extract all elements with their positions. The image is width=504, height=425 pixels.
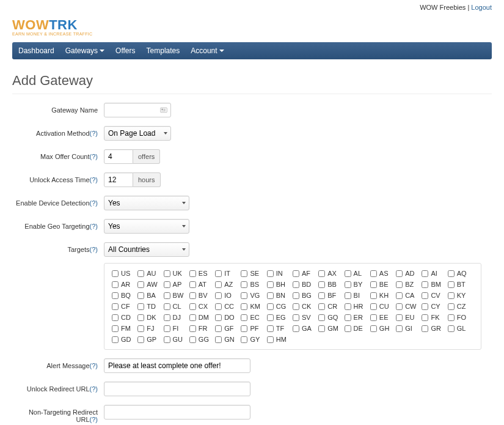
country-checkbox-input[interactable]: [137, 281, 144, 288]
country-checkbox-bz[interactable]: BZ: [396, 281, 422, 288]
country-checkbox-gp[interactable]: GP: [137, 336, 163, 343]
device-detection-select[interactable]: Yes: [104, 196, 189, 210]
country-checkbox-ck[interactable]: CK: [293, 303, 318, 310]
unlock-access-time-input[interactable]: [104, 172, 133, 187]
country-checkbox-input[interactable]: [370, 281, 377, 288]
country-checkbox-input[interactable]: [318, 303, 325, 310]
country-checkbox-bn[interactable]: BN: [267, 292, 293, 299]
country-checkbox-input[interactable]: [164, 336, 170, 343]
country-checkbox-cw[interactable]: CW: [396, 303, 422, 310]
country-checkbox-input[interactable]: [318, 281, 325, 288]
country-checkbox-bs[interactable]: BS: [241, 281, 266, 288]
country-checkbox-input[interactable]: [318, 325, 325, 332]
country-checkbox-hr[interactable]: HR: [345, 303, 370, 310]
country-checkbox-input[interactable]: [164, 281, 170, 288]
country-checkbox-cl[interactable]: CL: [164, 303, 189, 310]
country-checkbox-input[interactable]: [137, 303, 144, 310]
country-checkbox-input[interactable]: [448, 292, 455, 299]
country-checkbox-input[interactable]: [189, 281, 196, 288]
country-checkbox-input[interactable]: [370, 292, 377, 299]
country-checkbox-input[interactable]: [241, 270, 247, 277]
country-checkbox-aw[interactable]: AW: [137, 281, 163, 288]
gateway-name-input[interactable]: [104, 103, 171, 117]
country-checkbox-sv[interactable]: SV: [293, 314, 318, 321]
country-checkbox-bf[interactable]: BF: [318, 292, 344, 299]
activation-method-select[interactable]: On Page Load: [104, 126, 171, 141]
country-checkbox-gy[interactable]: GY: [241, 336, 266, 343]
country-checkbox-fm[interactable]: FM: [112, 325, 137, 332]
country-checkbox-fk[interactable]: FK: [422, 314, 447, 321]
country-checkbox-es[interactable]: ES: [189, 270, 215, 277]
country-checkbox-input[interactable]: [112, 325, 119, 332]
targets-select[interactable]: All Countries: [104, 242, 189, 257]
country-checkbox-input[interactable]: [137, 314, 144, 321]
country-checkbox-input[interactable]: [422, 325, 428, 332]
country-checkbox-gu[interactable]: GU: [164, 336, 189, 343]
country-checkbox-fo[interactable]: FO: [448, 314, 473, 321]
country-checkbox-ec[interactable]: EC: [241, 314, 266, 321]
country-checkbox-bi[interactable]: BI: [345, 292, 370, 299]
country-checkbox-bq[interactable]: BQ: [112, 292, 137, 299]
nav-gateways[interactable]: Gateways: [65, 46, 104, 55]
country-checkbox-gd[interactable]: GD: [112, 336, 137, 343]
country-checkbox-bw[interactable]: BW: [164, 292, 189, 299]
country-checkbox-at[interactable]: AT: [189, 281, 215, 288]
country-checkbox-input[interactable]: [422, 303, 428, 310]
help-icon[interactable]: (?): [90, 385, 98, 393]
logout-link[interactable]: Logout: [471, 4, 492, 11]
country-checkbox-input[interactable]: [112, 303, 119, 310]
nav-account[interactable]: Account: [191, 46, 224, 55]
country-checkbox-input[interactable]: [422, 314, 428, 321]
country-checkbox-input[interactable]: [370, 314, 377, 321]
country-checkbox-input[interactable]: [293, 292, 299, 299]
country-checkbox-be[interactable]: BE: [370, 281, 396, 288]
country-checkbox-input[interactable]: [215, 325, 222, 332]
country-checkbox-ba[interactable]: BA: [137, 292, 163, 299]
country-checkbox-input[interactable]: [112, 281, 119, 288]
country-checkbox-it[interactable]: IT: [215, 270, 241, 277]
country-checkbox-input[interactable]: [448, 303, 455, 310]
help-icon[interactable]: (?): [90, 176, 98, 183]
country-checkbox-gl[interactable]: GL: [448, 325, 473, 332]
max-offer-count-input[interactable]: [104, 149, 133, 164]
country-checkbox-input[interactable]: [137, 270, 144, 277]
country-checkbox-cu[interactable]: CU: [370, 303, 396, 310]
country-checkbox-input[interactable]: [164, 303, 170, 310]
country-checkbox-as[interactable]: AS: [370, 270, 396, 277]
country-checkbox-se[interactable]: SE: [241, 270, 266, 277]
country-checkbox-input[interactable]: [267, 303, 274, 310]
country-checkbox-input[interactable]: [137, 325, 144, 332]
country-checkbox-input[interactable]: [370, 303, 377, 310]
country-checkbox-cf[interactable]: CF: [112, 303, 137, 310]
country-checkbox-cz[interactable]: CZ: [448, 303, 473, 310]
country-checkbox-gq[interactable]: GQ: [318, 314, 344, 321]
country-checkbox-vg[interactable]: VG: [241, 292, 266, 299]
country-checkbox-ad[interactable]: AD: [396, 270, 422, 277]
unlock-redirect-url-input[interactable]: [104, 382, 250, 396]
country-checkbox-input[interactable]: [448, 325, 455, 332]
country-checkbox-input[interactable]: [293, 314, 299, 321]
country-checkbox-us[interactable]: US: [112, 270, 137, 277]
country-checkbox-input[interactable]: [370, 270, 377, 277]
country-checkbox-input[interactable]: [396, 292, 403, 299]
country-checkbox-input[interactable]: [241, 303, 247, 310]
country-checkbox-input[interactable]: [345, 292, 351, 299]
country-checkbox-input[interactable]: [164, 292, 170, 299]
country-checkbox-input[interactable]: [137, 336, 144, 343]
help-icon[interactable]: (?): [90, 130, 98, 137]
country-checkbox-input[interactable]: [164, 325, 170, 332]
country-checkbox-cv[interactable]: CV: [422, 292, 447, 299]
country-checkbox-in[interactable]: IN: [267, 270, 293, 277]
country-checkbox-input[interactable]: [267, 281, 274, 288]
country-checkbox-input[interactable]: [345, 325, 351, 332]
country-checkbox-input[interactable]: [318, 314, 325, 321]
country-checkbox-hm[interactable]: HM: [267, 336, 293, 343]
country-checkbox-tf[interactable]: TF: [267, 325, 293, 332]
country-checkbox-input[interactable]: [448, 281, 455, 288]
help-icon[interactable]: (?): [90, 153, 98, 160]
country-checkbox-io[interactable]: IO: [215, 292, 241, 299]
country-checkbox-dm[interactable]: DM: [189, 314, 215, 321]
wow-freebies-link[interactable]: WOW Freebies: [420, 4, 466, 11]
country-checkbox-input[interactable]: [370, 325, 377, 332]
country-checkbox-cg[interactable]: CG: [267, 303, 293, 310]
